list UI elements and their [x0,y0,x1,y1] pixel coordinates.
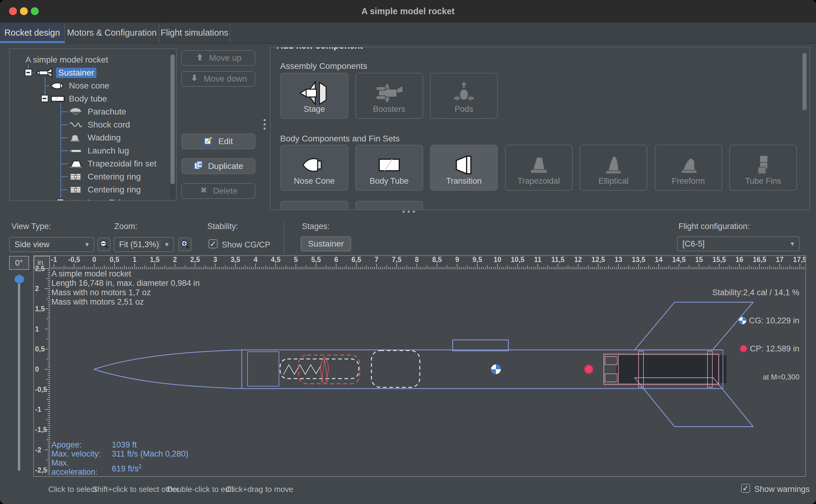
svg-text:7: 7 [374,256,378,263]
show-warnings-label: Show warnings [754,485,810,494]
launch-lug-icon [69,144,83,157]
add-stage-button[interactable]: Stage [280,73,348,119]
magnifier-plus-icon [180,240,189,249]
tree-item-centering-ring[interactable]: Centering ring [85,183,143,196]
add-elliptical-button: Elliptical [580,145,647,191]
move-up-button[interactable]: Move up [181,50,255,66]
svg-text:2,5: 2,5 [190,256,200,263]
zoom-in-button[interactable] [178,237,192,251]
view-type-select[interactable]: Side view▼ [9,237,94,252]
tree-item-wadding[interactable]: Wadding [85,131,123,144]
cp-symbol-icon [739,344,748,353]
add-component-button-partial[interactable] [280,201,348,210]
add-transition-button[interactable]: Transition [430,145,498,191]
svg-text:6: 6 [334,256,338,263]
info-line-3: Mass with motors 2,51 oz [51,297,200,307]
tree-item-sustainer[interactable]: Sustainer [56,66,96,79]
tree-item-shock-cord[interactable]: Shock cord [85,118,132,131]
svg-text:7,5: 7,5 [392,256,402,263]
tree-item-nose-cone[interactable]: Nose cone [66,79,112,92]
hint-0: Click to select [48,485,97,494]
svg-text:3: 3 [213,256,217,263]
stages-label: Stages: [302,222,330,231]
show-warnings-checkbox[interactable]: ✓ [741,484,750,493]
pods-icon [431,80,497,106]
rotation-slider[interactable] [18,274,20,471]
zoom-out-button[interactable] [97,237,111,251]
add-nose-cone-button[interactable]: Nose Cone [280,145,348,191]
tree-item-centering-ring[interactable]: Centering ring [85,170,143,183]
tree-item-body-tube[interactable]: Body tube [66,92,109,105]
tree-item-parachute[interactable]: Parachute [85,105,129,118]
arrow-up-icon [195,53,204,64]
flight-config-select[interactable]: [C6-5]▼ [677,236,800,251]
tab-rocket-design[interactable]: Rocket design [0,23,65,43]
svg-text:17: 17 [776,256,784,263]
zoom-label: Zoom: [114,222,138,231]
add-freeform-button: Freeform [655,145,722,191]
arrow-down-icon [190,73,199,85]
tree-item-trapezoidal-fin-set[interactable]: Trapezoidal fin set [85,157,159,170]
svg-text:11,5: 11,5 [551,256,565,263]
inner-tube-icon [69,196,83,201]
move-down-button[interactable]: Move down [181,71,255,87]
parachute-icon [69,105,82,118]
svg-text:1,5: 1,5 [35,305,45,313]
stage-toggle-sustainer[interactable]: Sustainer [301,236,351,251]
rotation-angle-box[interactable]: 0° [9,256,29,270]
rotation-slider-knob[interactable] [14,275,24,283]
nose-cone-big-icon [281,152,348,178]
horizontal-splitter-handle[interactable] [403,211,415,213]
add-trapezoidal-button: Trapezoidal [505,145,573,191]
zoom-select[interactable]: Fit (51,3%)▼ [114,237,174,252]
rocket-stage-icon [35,66,54,79]
wadding-icon [69,131,81,144]
magnifier-minus-icon [99,240,108,249]
edit-button[interactable]: Edit [181,134,255,149]
tree-root-item[interactable]: A simple model rocket [23,53,111,66]
add-panel-scrollbar[interactable] [802,52,807,204]
component-tree-panel[interactable]: A simple model rocketSustainerNose coneB… [9,48,177,201]
fin-set-icon [69,157,83,170]
tree-item-launch-lug[interactable]: Launch lug [85,144,131,157]
vertical-splitter-handle[interactable] [264,117,266,131]
tree-item-inner-tube[interactable]: Inner Tube [85,196,131,201]
tab-flight-simulations[interactable]: Flight simulations [159,23,230,43]
svg-text:-2: -2 [35,446,41,454]
stability-label: Stability: [207,222,238,231]
tree-scrollbar[interactable] [170,51,175,199]
rocket-canvas[interactable]: in-1-0,500,511,522,533,544,555,566,577,5… [33,255,806,477]
hint-3: Click+drag to move [226,485,293,494]
svg-text:5,5: 5,5 [311,256,321,263]
svg-text:8: 8 [415,256,419,263]
svg-text:13: 13 [614,256,622,263]
add-panel-scrollbar-thumb[interactable] [802,53,807,110]
hint-1: Shift+click to select other [92,485,179,494]
shock-cord-icon [69,118,83,131]
tree-expand-toggle[interactable] [57,199,64,201]
add-component-button-partial[interactable] [355,201,423,210]
duplicate-button[interactable]: Duplicate [181,158,255,174]
tab-bar: Rocket designMotors & ConfigurationFligh… [0,23,816,44]
show-cgcp-checkbox[interactable]: ✓ [209,239,218,248]
tree-expand-toggle[interactable] [41,95,48,102]
mach-note: at M=0,300 [712,372,799,382]
elliptical-icon [580,152,647,178]
svg-text:-2,5: -2,5 [35,466,47,474]
chevron-down-icon: ▼ [160,241,173,248]
tree-expand-toggle[interactable] [25,69,32,76]
trapezoidal-icon [506,152,572,178]
tab-motors-configuration[interactable]: Motors & Configuration [65,23,159,43]
tube-fins-icon [730,152,796,178]
add-tube-fins-button: Tube Fins [729,145,797,191]
svg-text:15: 15 [695,256,703,263]
tree-scrollbar-thumb[interactable] [170,54,175,184]
controls-divider [283,222,284,254]
transition-icon [431,152,497,178]
svg-text:9: 9 [455,256,459,263]
svg-text:0,5: 0,5 [35,345,45,353]
body-tube-icon [50,92,65,105]
delete-button[interactable]: Delete [181,183,255,199]
add-body-tube-button[interactable]: Body Tube [355,145,423,191]
stability-info: Stability:2,4 cal / 14,1 % CG: 10,229 in… [712,269,799,400]
